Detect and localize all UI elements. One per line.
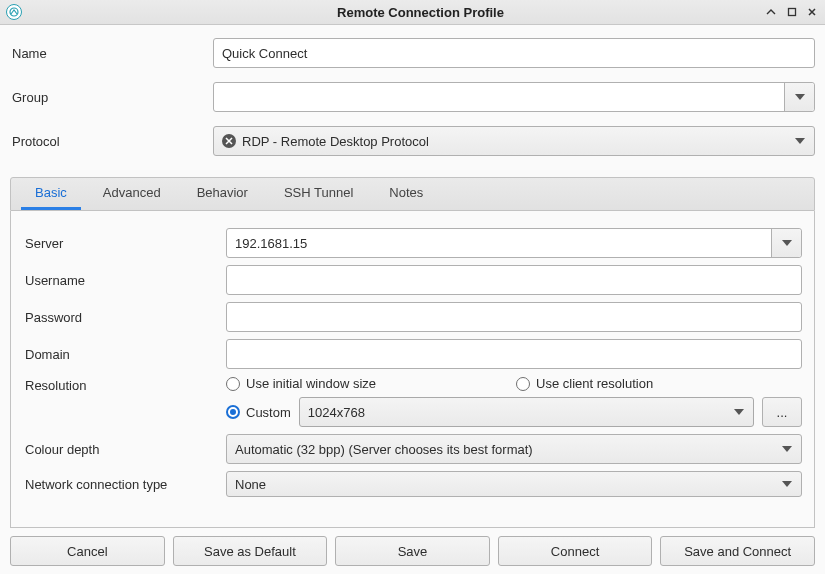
save-default-label: Save as Default (204, 544, 296, 559)
network-type-combo[interactable]: None (226, 471, 802, 497)
dialog-body: Name Group Protocol RDP - Remote Desktop… (0, 25, 825, 574)
resolution-client-label: Use client resolution (536, 376, 653, 391)
more-label: ... (777, 405, 788, 420)
connect-label: Connect (551, 544, 599, 559)
tab-advanced[interactable]: Advanced (89, 178, 175, 210)
chevron-down-icon[interactable] (771, 229, 801, 257)
server-label: Server (23, 236, 218, 251)
close-icon[interactable] (807, 7, 817, 17)
resolution-initial-option[interactable]: Use initial window size (226, 376, 376, 391)
app-icon (6, 4, 22, 20)
domain-input[interactable] (226, 339, 802, 369)
protocol-label: Protocol (10, 134, 205, 149)
tab-behavior[interactable]: Behavior (183, 178, 262, 210)
password-input[interactable] (226, 302, 802, 332)
username-label: Username (23, 273, 218, 288)
rdp-protocol-icon (222, 134, 236, 148)
radio-icon[interactable] (516, 377, 530, 391)
titlebar: Remote Connection Profile (0, 0, 825, 25)
domain-label: Domain (23, 347, 218, 362)
cancel-label: Cancel (67, 544, 107, 559)
resolution-label: Resolution (23, 376, 218, 393)
chevron-down-icon[interactable] (773, 472, 801, 496)
chevron-down-icon[interactable] (786, 127, 814, 155)
group-label: Group (10, 90, 205, 105)
radio-checked-icon[interactable] (226, 405, 240, 419)
server-value[interactable]: 192.1681.15 (227, 229, 771, 257)
username-input[interactable] (226, 265, 802, 295)
save-connect-label: Save and Connect (684, 544, 791, 559)
resolution-custom-label: Custom (246, 405, 291, 420)
protocol-combo[interactable]: RDP - Remote Desktop Protocol (213, 126, 815, 156)
save-connect-button[interactable]: Save and Connect (660, 536, 815, 566)
resolution-custom-value: 1024x768 (308, 405, 365, 420)
chevron-down-icon[interactable] (773, 435, 801, 463)
resolution-initial-label: Use initial window size (246, 376, 376, 391)
resolution-more-button[interactable]: ... (762, 397, 802, 427)
connect-button[interactable]: Connect (498, 536, 653, 566)
save-label: Save (398, 544, 428, 559)
resolution-client-option[interactable]: Use client resolution (516, 376, 653, 391)
action-bar: Cancel Save as Default Save Connect Save… (10, 528, 815, 566)
protocol-value: RDP - Remote Desktop Protocol (242, 134, 429, 149)
tab-notes[interactable]: Notes (375, 178, 437, 210)
name-label: Name (10, 46, 205, 61)
colour-depth-value: Automatic (32 bpp) (Server chooses its b… (235, 442, 533, 457)
tab-content-basic: Server 192.1681.15 Username Password Dom… (10, 211, 815, 528)
save-default-button[interactable]: Save as Default (173, 536, 328, 566)
tab-basic[interactable]: Basic (21, 178, 81, 210)
cancel-button[interactable]: Cancel (10, 536, 165, 566)
colour-depth-label: Colour depth (23, 442, 218, 457)
rollup-icon[interactable] (765, 6, 777, 18)
tab-ssh-tunnel[interactable]: SSH Tunnel (270, 178, 367, 210)
server-combo[interactable]: 192.1681.15 (226, 228, 802, 258)
resolution-custom-option[interactable]: Custom (226, 405, 291, 420)
save-button[interactable]: Save (335, 536, 490, 566)
chevron-down-icon[interactable] (784, 83, 814, 111)
tabbar: Basic Advanced Behavior SSH Tunnel Notes (10, 177, 815, 211)
svg-rect-1 (789, 9, 796, 16)
window-title: Remote Connection Profile (22, 5, 819, 20)
group-combo[interactable] (213, 82, 815, 112)
colour-depth-combo[interactable]: Automatic (32 bpp) (Server chooses its b… (226, 434, 802, 464)
network-type-value: None (235, 477, 266, 492)
name-input[interactable] (213, 38, 815, 68)
password-label: Password (23, 310, 218, 325)
radio-icon[interactable] (226, 377, 240, 391)
maximize-icon[interactable] (787, 7, 797, 17)
network-type-label: Network connection type (23, 477, 218, 492)
resolution-custom-combo[interactable]: 1024x768 (299, 397, 754, 427)
group-value[interactable] (214, 83, 784, 111)
chevron-down-icon[interactable] (725, 398, 753, 426)
